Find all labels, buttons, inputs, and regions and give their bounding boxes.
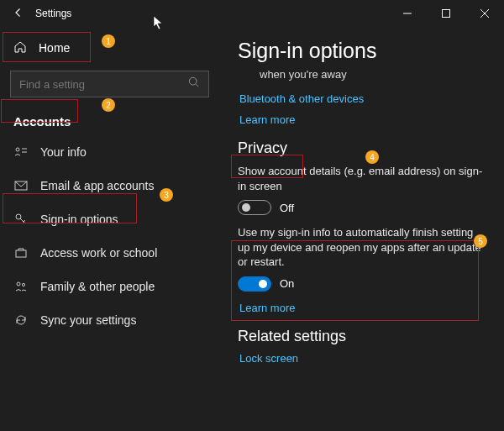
sidebar-item-label: Access work or school <box>40 246 157 260</box>
sidebar-section-accounts: Accounts <box>0 108 219 135</box>
lock-screen-link[interactable]: Lock screen <box>238 352 486 365</box>
sidebar-item-work-school[interactable]: Access work or school <box>0 236 219 270</box>
app-title: Settings <box>35 8 71 19</box>
sidebar-item-label: Family & other people <box>40 280 155 293</box>
sidebar-item-label: Email & app accounts <box>40 179 154 192</box>
related-header: Related settings <box>238 328 486 345</box>
home-icon <box>13 40 27 56</box>
privacy-toggle[interactable] <box>238 200 271 215</box>
auto-signin-toggle[interactable] <box>238 276 271 292</box>
away-snippet: when you're away <box>238 68 486 81</box>
maximize-button[interactable] <box>427 0 465 27</box>
home-button[interactable]: Home <box>0 32 219 64</box>
people-icon <box>13 280 29 293</box>
home-label: Home <box>39 41 70 55</box>
learn-more-link[interactable]: Learn more <box>238 113 486 126</box>
bluetooth-link[interactable]: Bluetooth & other devices <box>238 92 486 105</box>
sidebar-item-family[interactable]: Family & other people <box>0 270 219 303</box>
person-icon <box>13 145 29 159</box>
toggle-off-label: Off <box>280 202 294 214</box>
search-input[interactable] <box>19 78 188 91</box>
sidebar-item-label: Sign-in options <box>40 213 118 226</box>
svg-line-5 <box>196 84 198 87</box>
page-title: Sign-in options <box>238 39 486 63</box>
svg-line-12 <box>24 220 25 222</box>
sidebar-item-label: Sync your settings <box>40 313 136 327</box>
privacy-desc: Show account details (e.g. email address… <box>238 164 486 193</box>
briefcase-icon <box>13 246 29 260</box>
key-icon <box>13 213 29 226</box>
learn-more-link-2[interactable]: Learn more <box>238 302 486 314</box>
sidebar: Home Accounts Your info <box>0 27 219 431</box>
back-icon[interactable] <box>13 6 24 21</box>
svg-rect-13 <box>16 250 26 257</box>
sidebar-item-signin-options[interactable]: Sign-in options <box>0 202 219 236</box>
titlebar: Settings <box>0 0 504 27</box>
minimize-button[interactable] <box>388 0 427 27</box>
search-box[interactable] <box>10 71 209 97</box>
sync-icon <box>13 313 29 327</box>
svg-point-15 <box>22 283 24 286</box>
mail-icon <box>13 179 29 192</box>
sidebar-item-email-accounts[interactable]: Email & app accounts <box>0 169 219 202</box>
svg-point-4 <box>189 77 197 85</box>
sidebar-item-your-info[interactable]: Your info <box>0 135 219 169</box>
privacy-header: Privacy <box>238 139 486 157</box>
auto-signin-desc: Use my sign-in info to automatically fin… <box>238 225 486 270</box>
close-button[interactable] <box>465 0 504 27</box>
content-panel: Sign-in options when you're away Bluetoo… <box>219 27 504 431</box>
search-icon <box>188 76 200 92</box>
sidebar-item-label: Your info <box>40 145 87 159</box>
svg-point-14 <box>17 282 20 286</box>
sidebar-item-sync[interactable]: Sync your settings <box>0 303 219 337</box>
toggle-on-label: On <box>280 277 294 290</box>
svg-rect-1 <box>443 10 450 18</box>
svg-point-6 <box>16 148 19 151</box>
